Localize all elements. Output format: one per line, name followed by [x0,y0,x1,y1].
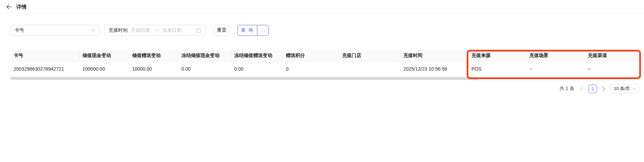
page-size-select[interactable]: 10 条/页 [611,84,639,93]
cell-frozen-bonus-change: 0.00 [231,61,283,76]
page-size-value: 10 条/页 [614,86,630,92]
column-header-stored-cash-change: 储值现金变动 [79,50,129,61]
cell-stored-cash-change: 100000.00 [79,61,129,76]
page-title: 详情 [16,4,27,10]
column-header-stored-bonus-change: 储值赠送变动 [129,50,178,61]
query-button-group: 查 询 ··· [237,25,269,36]
calendar-icon [196,28,201,33]
chevron-left-icon [580,87,583,91]
prev-page-button[interactable] [578,85,585,93]
end-date-input[interactable]: 结束日期 [162,27,181,33]
column-header-recharge-time: 充值时间 [400,50,468,61]
filter-bar: 卡号 充值时间 开始日期 结束日期 重置 查 询 ··· [10,25,639,36]
query-button-label: 查 询 [241,27,254,33]
query-button[interactable]: 查 询 [238,25,257,35]
arrow-right-icon [154,29,159,32]
recharge-time-label: 充值时间 [109,27,128,33]
recharge-record-table: 卡号 储值现金变动 储值赠送变动 冻结储值现金变动 冻结储值赠送变动 赠送积分 … [10,50,639,77]
ellipsis-icon: ··· [260,28,265,33]
cell-recharge-scene: -- [526,61,584,76]
column-header-recharge-store: 充值门店 [339,50,400,61]
column-header-card-number: 卡号 [10,50,79,61]
pagination: 共 1 条 1 10 条/页 [10,84,639,93]
column-header-bonus-points: 赠送积分 [283,50,339,61]
back-button[interactable] [5,3,12,10]
table-row: 2003298630278942721 100000.00 10000.00 0… [10,61,639,76]
title-bar: 详情 [0,0,644,14]
cell-stored-bonus-change: 10000.00 [129,61,178,76]
cell-frozen-cash-change: 0.00 [178,61,231,76]
cell-recharge-channel: -- [584,61,639,76]
column-header-recharge-source: 充值来源 [468,50,526,61]
page-number-1[interactable]: 1 [589,85,597,93]
cell-card-number: 2003298630278942721 [10,61,79,76]
more-actions-button[interactable]: ··· [257,25,268,35]
chevron-right-icon [602,87,605,91]
column-header-frozen-bonus-change: 冻结储值赠送变动 [231,50,283,61]
reset-button[interactable]: 重置 [214,25,230,36]
cell-recharge-source: POS [468,61,526,76]
cell-recharge-time: 2025/12/23 10:56:58 [400,61,468,76]
chevron-down-icon [91,29,95,32]
chevron-down-icon [633,88,636,90]
start-date-input[interactable]: 开始日期 [131,27,150,33]
card-number-select[interactable]: 卡号 [10,25,99,36]
card-number-select-value: 卡号 [15,27,24,33]
column-header-frozen-cash-change: 冻结储值现金变动 [178,50,231,61]
column-header-recharge-scene: 充值场景 [526,50,584,61]
recharge-time-range-picker[interactable]: 充值时间 开始日期 结束日期 [104,25,206,36]
column-header-recharge-channel: 充值渠道 [584,50,639,61]
table-header-row: 卡号 储值现金变动 储值赠送变动 冻结储值现金变动 冻结储值赠送变动 赠送积分 … [10,50,639,61]
cell-bonus-points: 0 [283,61,339,76]
pagination-total: 共 1 条 [560,86,575,92]
horizontal-scrollbar[interactable] [10,77,478,80]
arrow-left-icon [6,4,12,9]
reset-button-label: 重置 [217,27,227,33]
next-page-button[interactable] [600,85,607,93]
cell-recharge-store [339,61,400,76]
